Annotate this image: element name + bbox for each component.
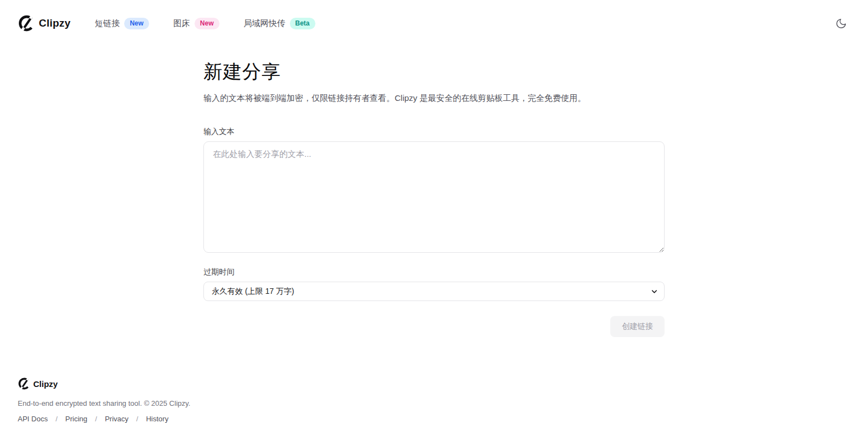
page-subtitle: 输入的文本将被端到端加密，仅限链接持有者查看。Clipzy 是最安全的在线剪贴板… xyxy=(203,92,665,105)
beta-badge: Beta xyxy=(290,18,315,29)
footer-separator: / xyxy=(136,415,139,423)
nav-label: 局域网快传 xyxy=(244,18,285,29)
header: Clipzy 短链接 New 图床 New 局域网快传 Beta xyxy=(0,0,868,47)
clipzy-logo-icon xyxy=(18,15,34,32)
footer-link-history[interactable]: History xyxy=(146,415,168,423)
chevron-down-icon xyxy=(650,287,658,295)
nav-item-short-link[interactable]: 短链接 New xyxy=(95,18,149,29)
footer-brand-logo[interactable]: Clipzy xyxy=(18,378,850,390)
footer: Clipzy End-to-end encrypted text sharing… xyxy=(0,378,868,423)
nav-item-image-host[interactable]: 图床 New xyxy=(173,18,219,29)
footer-link-api-docs[interactable]: API Docs xyxy=(18,415,48,423)
main-nav: 短链接 New 图床 New 局域网快传 Beta xyxy=(95,18,315,29)
moon-icon xyxy=(835,18,847,29)
new-badge: New xyxy=(195,18,219,29)
clipzy-logo-icon xyxy=(18,378,30,390)
brand-logo[interactable]: Clipzy xyxy=(18,15,70,32)
footer-brand-name: Clipzy xyxy=(33,379,58,389)
footer-tagline: End-to-end encrypted text sharing tool. … xyxy=(18,399,850,407)
create-link-button[interactable]: 创建链接 xyxy=(610,316,665,337)
expiry-selected-value: 永久有效 (上限 17 万字) xyxy=(212,287,294,297)
new-badge: New xyxy=(124,18,149,29)
text-input-label: 输入文本 xyxy=(203,127,665,137)
nav-label: 短链接 xyxy=(95,18,120,29)
nav-label: 图床 xyxy=(173,18,190,29)
main-content: 新建分享 输入的文本将被端到端加密，仅限链接持有者查看。Clipzy 是最安全的… xyxy=(203,47,665,337)
theme-toggle-button[interactable] xyxy=(831,14,850,33)
nav-item-lan-transfer[interactable]: 局域网快传 Beta xyxy=(244,18,315,29)
expiry-select[interactable]: 永久有效 (上限 17 万字) xyxy=(203,282,665,301)
expiry-label: 过期时间 xyxy=(203,267,665,277)
page-title: 新建分享 xyxy=(203,60,665,84)
expiry-field-group: 过期时间 永久有效 (上限 17 万字) xyxy=(203,267,665,301)
form-actions: 创建链接 xyxy=(203,316,665,337)
footer-separator: / xyxy=(55,415,58,423)
text-field-group: 输入文本 xyxy=(203,127,665,255)
footer-link-privacy[interactable]: Privacy xyxy=(105,415,129,423)
footer-links: API Docs / Pricing / Privacy / History xyxy=(18,415,850,423)
footer-separator: / xyxy=(95,415,98,423)
share-text-input[interactable] xyxy=(203,141,665,253)
footer-link-pricing[interactable]: Pricing xyxy=(65,415,88,423)
brand-name: Clipzy xyxy=(39,17,70,29)
